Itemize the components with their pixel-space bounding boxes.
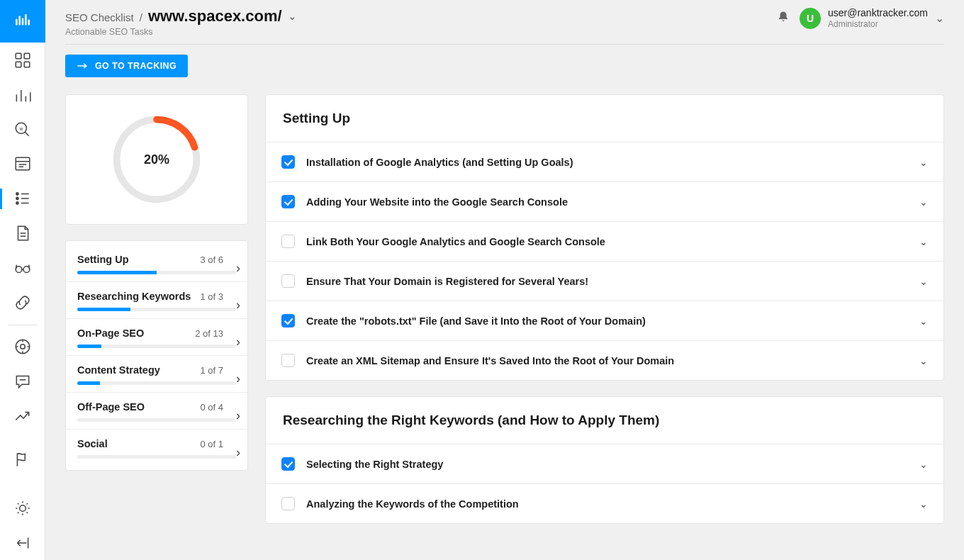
section-name: On-Page SEO [77,327,144,339]
checklist-panels: Setting UpInstallation of Google Analyti… [265,94,944,543]
app-logo[interactable] [0,0,45,43]
section-count: 2 of 13 [195,328,223,339]
task-title: Link Both Your Google Analytics and Goog… [306,236,908,247]
rail-analytics[interactable] [0,77,45,112]
task-title: Selecting the Right Strategy [306,459,908,470]
svg-rect-2 [16,62,21,67]
rail-pages[interactable] [0,147,45,181]
rail-checklist[interactable] [0,181,45,216]
task-checkbox[interactable] [281,235,295,248]
task-title: Installation of Google Analytics (and Se… [306,157,908,168]
chevron-down-icon[interactable]: ⌄ [919,459,928,470]
chevron-right-icon: › [236,445,240,460]
section-name: Content Strategy [77,364,160,376]
task-checkbox[interactable] [281,155,295,169]
chevron-down-icon[interactable]: ⌄ [919,236,928,247]
user-menu[interactable]: U user@ranktracker.com Administrator ⌄ [800,7,944,29]
svg-rect-1 [24,53,30,59]
section-progress-bar [77,381,236,385]
chevron-down-icon[interactable]: ⌄ [919,355,928,366]
rail-flag[interactable] [0,442,45,476]
task-title: Analyzing the Keywords of the Competitio… [306,498,908,510]
section-item[interactable]: Off-Page SEO0 of 4› [66,392,247,429]
checklist-panel: Researching the Right Keywords (and How … [265,396,944,524]
section-item[interactable]: Researching Keywords1 of 3› [66,281,247,318]
rail-collapse[interactable] [0,525,45,560]
checklist-panel: Setting UpInstallation of Google Analyti… [265,94,944,381]
task-title: Create an XML Sitemap and Ensure It's Sa… [306,355,908,366]
section-progress-bar [77,418,236,422]
section-item[interactable]: Social0 of 1› [66,429,247,466]
avatar: U [800,8,821,29]
task-checkbox[interactable] [281,274,295,288]
panel-title: Researching the Right Keywords (and How … [266,397,943,444]
section-progress-bar [77,455,236,459]
breadcrumb-domain[interactable]: www.spacex.com/ [148,7,282,26]
chevron-right-icon: › [236,335,240,349]
svg-point-7 [16,193,18,195]
chevron-down-icon[interactable]: ⌄ [919,196,928,208]
section-count: 1 of 3 [200,291,223,302]
section-item[interactable]: On-Page SEO2 of 13› [66,318,247,355]
section-name: Social [77,438,108,449]
task-checkbox[interactable] [281,195,295,208]
section-count: 0 of 4 [200,402,223,413]
chevron-down-icon[interactable]: ⌄ [919,157,928,168]
svg-rect-3 [24,62,30,67]
breadcrumb: SEO Checklist / www.spacex.com/ ⌄ [65,7,297,26]
section-name: Setting Up [77,254,129,265]
task-row[interactable]: Adding Your Website into the Google Sear… [266,182,943,222]
rail-theme[interactable] [0,491,45,525]
svg-point-14 [19,505,26,511]
go-to-tracking-label: GO TO TRACKING [95,61,176,71]
rail-trend[interactable] [0,398,45,433]
chevron-right-icon: › [236,298,240,313]
section-count: 0 of 1 [200,439,223,449]
chevron-down-icon[interactable]: ⌄ [919,315,928,327]
rail-glasses[interactable] [0,251,45,286]
task-row[interactable]: Create the "robots.txt" File (and Save i… [266,301,943,341]
task-row[interactable]: Analyzing the Keywords of the Competitio… [266,484,943,523]
task-row[interactable]: Link Both Your Google Analytics and Goog… [266,222,943,262]
domain-chevron-icon[interactable]: ⌄ [288,10,297,23]
task-row[interactable]: Create an XML Sitemap and Ensure It's Sa… [266,341,943,380]
rail-document[interactable] [0,216,45,251]
section-name: Off-Page SEO [77,401,145,413]
section-count: 1 of 7 [200,365,223,376]
nav-rail: w [0,0,45,560]
task-checkbox[interactable] [281,314,295,327]
task-title: Adding Your Website into the Google Sear… [306,196,908,208]
task-title: Ensure That Your Domain is Registered fo… [306,276,908,287]
rail-link[interactable] [0,286,45,320]
user-email: user@ranktracker.com [828,7,928,19]
section-item[interactable]: Setting Up3 of 6› [66,245,247,281]
notifications-icon[interactable] [777,11,790,26]
svg-point-8 [16,198,18,200]
chevron-down-icon[interactable]: ⌄ [919,498,928,510]
rail-dashboard[interactable] [0,43,45,77]
user-role: Administrator [828,19,928,29]
go-to-tracking-button[interactable]: GO TO TRACKING [65,55,188,77]
chevron-right-icon: › [236,261,240,276]
section-progress-bar [77,308,236,311]
chevron-down-icon: ⌄ [935,11,944,25]
chevron-down-icon[interactable]: ⌄ [919,276,928,287]
section-count: 3 of 6 [200,254,223,265]
task-row[interactable]: Selecting the Right Strategy⌄ [266,444,943,484]
rail-search[interactable]: w [0,112,45,147]
task-checkbox[interactable] [281,497,295,510]
sections-list: Setting Up3 of 6›Researching Keywords1 o… [65,240,248,471]
task-checkbox[interactable] [281,354,295,367]
section-progress-bar [77,271,236,274]
task-row[interactable]: Ensure That Your Domain is Registered fo… [266,262,943,301]
breadcrumb-sep: / [140,11,142,23]
task-row[interactable]: Installation of Google Analytics (and Se… [266,142,943,182]
svg-rect-0 [16,53,21,59]
section-item[interactable]: Content Strategy1 of 7› [66,355,247,392]
svg-point-10 [16,267,22,273]
svg-point-13 [20,345,25,349]
rail-chat[interactable] [0,364,45,398]
task-checkbox[interactable] [281,457,295,471]
breadcrumb-root[interactable]: SEO Checklist [65,11,134,23]
rail-help[interactable] [0,330,45,364]
